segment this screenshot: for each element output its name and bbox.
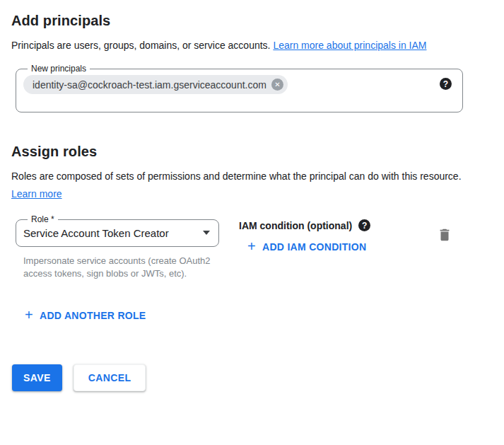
plus-icon: + xyxy=(25,308,33,322)
principals-help-icon[interactable]: ? xyxy=(440,78,452,90)
assign-roles-title: Assign roles xyxy=(11,144,493,160)
add-another-role-label: ADD ANOTHER ROLE xyxy=(40,310,146,321)
add-principals-title: Add principals xyxy=(11,13,493,29)
iam-condition-column: IAM condition (optional) ? + ADD IAM CON… xyxy=(239,214,370,254)
trash-icon xyxy=(437,234,452,245)
delete-role-column xyxy=(437,214,452,245)
learn-more-roles-link[interactable]: Learn more xyxy=(11,188,62,200)
role-row: Role * Service Account Token Creator Imp… xyxy=(11,214,493,280)
new-principals-label: New principals xyxy=(28,64,90,74)
role-select-inner: Service Account Token Creator xyxy=(23,223,210,243)
add-another-role-button[interactable]: + ADD ANOTHER ROLE xyxy=(25,309,146,322)
new-principals-field[interactable]: New principals identity-sa@cockroach-tes… xyxy=(16,64,463,112)
assign-roles-description: Roles are composed of sets of permission… xyxy=(11,168,479,203)
cancel-button[interactable]: CANCEL xyxy=(74,364,146,391)
delete-role-button[interactable] xyxy=(437,227,452,245)
footer-actions: SAVE CANCEL xyxy=(12,364,493,391)
iam-condition-label: IAM condition (optional) xyxy=(239,220,352,231)
save-button[interactable]: SAVE xyxy=(12,364,62,391)
principal-chip: identity-sa@cockroach-test.iam.gservicea… xyxy=(23,75,288,94)
plus-icon: + xyxy=(247,239,256,253)
add-iam-condition-label: ADD IAM CONDITION xyxy=(262,241,366,253)
role-select[interactable]: Role * Service Account Token Creator xyxy=(16,214,219,247)
chevron-down-icon xyxy=(203,231,210,235)
add-iam-condition-button[interactable]: + ADD IAM CONDITION xyxy=(247,241,366,253)
add-principals-description: Principals are users, groups, domains, o… xyxy=(11,37,479,54)
iam-condition-label-row: IAM condition (optional) ? xyxy=(239,219,370,231)
add-principals-description-text: Principals are users, groups, domains, o… xyxy=(11,40,271,51)
chip-close-icon[interactable]: ✕ xyxy=(271,79,283,91)
role-label: Role * xyxy=(28,214,58,224)
learn-more-principals-link[interactable]: Learn more about principals in IAM xyxy=(273,40,426,51)
principal-chip-label: identity-sa@cockroach-test.iam.gservicea… xyxy=(33,79,266,91)
iam-condition-help-icon[interactable]: ? xyxy=(358,219,370,231)
role-selected-value: Service Account Token Creator xyxy=(23,227,169,239)
assign-roles-description-text: Roles are composed of sets of permission… xyxy=(11,171,462,182)
role-helper-text: Impersonate service accounts (create OAu… xyxy=(23,255,213,280)
role-column: Role * Service Account Token Creator Imp… xyxy=(11,214,219,280)
